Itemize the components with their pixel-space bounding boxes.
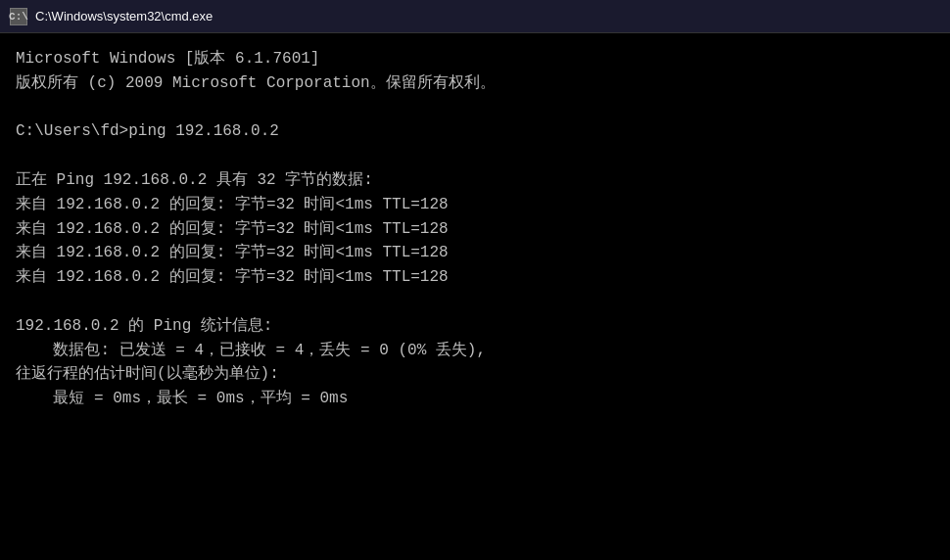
terminal-line: 来自 192.168.0.2 的回复: 字节=32 时间<1ms TTL=128 — [16, 193, 934, 217]
title-bar-text: C:\Windows\system32\cmd.exe — [35, 9, 213, 23]
terminal-line: 来自 192.168.0.2 的回复: 字节=32 时间<1ms TTL=128 — [16, 217, 934, 242]
title-bar: C:\ C:\Windows\system32\cmd.exe — [0, 0, 950, 33]
terminal-body[interactable]: Microsoft Windows [版本 6.1.7601]版权所有 (c) … — [0, 33, 950, 560]
terminal-line — [16, 96, 934, 120]
terminal-line: 192.168.0.2 的 Ping 统计信息: — [16, 314, 934, 339]
terminal-line: 版权所有 (c) 2009 Microsoft Corporation。保留所有… — [16, 71, 934, 96]
terminal-line: 最短 = 0ms，最长 = 0ms，平均 = 0ms — [16, 387, 934, 411]
terminal-line — [16, 290, 934, 314]
cmd-icon: C:\ — [10, 8, 27, 25]
terminal-line: C:\Users\fd>ping 192.168.0.2 — [16, 119, 934, 144]
terminal-line: 正在 Ping 192.168.0.2 具有 32 字节的数据: — [16, 168, 934, 193]
terminal-line: 往返行程的估计时间(以毫秒为单位): — [16, 362, 934, 387]
cmd-window: C:\ C:\Windows\system32\cmd.exe Microsof… — [0, 0, 950, 560]
terminal-line — [16, 144, 934, 168]
terminal-line: Microsoft Windows [版本 6.1.7601] — [16, 47, 934, 71]
terminal-line: 来自 192.168.0.2 的回复: 字节=32 时间<1ms TTL=128 — [16, 265, 934, 290]
terminal-line: 数据包: 已发送 = 4，已接收 = 4，丢失 = 0 (0% 丢失), — [16, 339, 934, 363]
terminal-line: 来自 192.168.0.2 的回复: 字节=32 时间<1ms TTL=128 — [16, 241, 934, 265]
